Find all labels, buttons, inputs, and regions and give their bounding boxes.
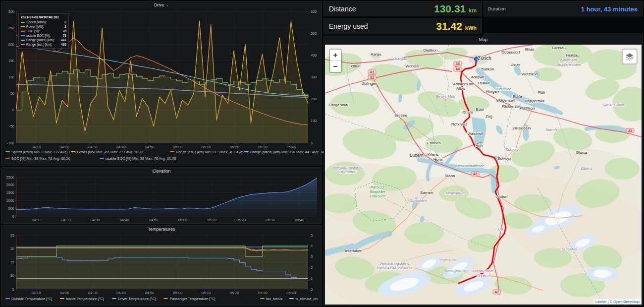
- map-town-label: Emmen: [427, 141, 441, 145]
- layers-button[interactable]: [622, 49, 638, 64]
- svg-text:2500: 2500: [6, 175, 14, 180]
- svg-text:05:10: 05:10: [202, 291, 211, 295]
- legend-item[interactable]: Range (rated) [km] Min: 216 Max: 441 Avg…: [244, 150, 326, 154]
- svg-text:100: 100: [8, 75, 14, 79]
- map-town-label: Sursee: [394, 113, 407, 118]
- drive-legend: Speed [km/h] Min: 0 Max: 122 Avg: 73.93P…: [1, 150, 322, 163]
- map-town-label: Olten: [351, 64, 360, 68]
- legend-item[interactable]: Range (est.) [km] Min: 81.9 Max: 493 Avg…: [170, 150, 250, 154]
- svg-text:500: 500: [311, 31, 317, 36]
- drive-tooltip: 2021-07-03 04:03:48.161 Speed [km/h]:0Po…: [18, 13, 69, 49]
- map-town-label: Zollikon: [481, 67, 494, 71]
- svg-text:20: 20: [10, 246, 14, 251]
- svg-text:04:50: 04:50: [145, 291, 154, 295]
- legend-label: Power [kW]: [77, 150, 95, 154]
- elevation-title-text: Elevation: [152, 169, 170, 174]
- temperatures-panel: Temperatures 25201510554321004:1004:2004…: [1, 225, 322, 306]
- map-region-label: Verwaltungskreis: [332, 165, 363, 170]
- svg-text:-50: -50: [9, 124, 14, 128]
- series-color-swatch: [21, 22, 25, 23]
- map-panel-title[interactable]: Map: [324, 36, 643, 44]
- map-town-label: Luzern: [410, 153, 424, 158]
- series-color-swatch: [5, 298, 10, 300]
- svg-text:50: 50: [10, 91, 14, 96]
- map-town-label: Thalwil: [478, 81, 490, 85]
- legend-label: Range (est.) [km]: [176, 150, 204, 154]
- series-color-swatch: [5, 158, 10, 159]
- map-town-label: Richterswil: [502, 104, 522, 109]
- energy-value: 31.42 kWh: [436, 20, 477, 32]
- svg-text:04:40: 04:40: [116, 291, 126, 295]
- map-town-label: Sarnen: [420, 190, 433, 195]
- legend-stats: Min: 81.9 Max: 493 Avg: 313: [205, 150, 250, 154]
- svg-text:4: 4: [311, 244, 313, 248]
- map-town-label: Einsiedeln: [513, 126, 531, 130]
- map-town-label: Stäfa: [513, 94, 522, 99]
- legend-item[interactable]: Power [kW] Min: -65 Max: 271 Avg: 18.22: [71, 150, 143, 154]
- map-town-label: Rüti: [538, 90, 545, 95]
- map-town-label: Zofingen: [362, 81, 377, 86]
- duration-label: Duration: [488, 6, 506, 11]
- map-area-label: UNESCO: [369, 185, 384, 189]
- svg-text:1: 1: [311, 276, 313, 281]
- legend-item[interactable]: Passenger Temperature [°C]: [163, 297, 215, 301]
- series-color-swatch: [21, 35, 25, 36]
- elevation-panel-title[interactable]: Elevation: [1, 168, 322, 175]
- tooltip-row: usable SOC [%]:78: [21, 33, 66, 38]
- svg-text:200: 200: [8, 42, 14, 47]
- energy-label: Energy used: [329, 22, 368, 30]
- legend-label: is_climate_on: [295, 297, 318, 301]
- temperatures-chart[interactable]: 25201510554321004:1004:2004:3004:4004:50…: [2, 233, 321, 296]
- series-color-swatch: [71, 151, 75, 153]
- map-canvas[interactable]: + − Leaflet | © OpenStreetMap AargauBezi…: [325, 45, 642, 305]
- svg-text:1000: 1000: [6, 198, 14, 203]
- tooltip-row: Range (rated) [km]:441: [21, 38, 66, 42]
- motorway-shield-label: A3: [628, 129, 633, 132]
- series-color-swatch: [21, 26, 25, 27]
- map-town-label: Illnau: [525, 47, 534, 52]
- zoom-out-button[interactable]: −: [330, 61, 341, 72]
- legend-label: Range (rated) [km]: [250, 150, 280, 154]
- map-town-label: Interlaken: [345, 248, 362, 253]
- legend-item[interactable]: SOC [%] Min: 38 Max: 78 Avg: 60.26: [5, 156, 70, 161]
- openstreetmap-link[interactable]: © OpenStreetMap: [609, 300, 640, 304]
- distance-stat-panel: Distance 130.31 km: [323, 1, 482, 16]
- legend-item[interactable]: fan_status: [260, 297, 283, 301]
- svg-text:10: 10: [10, 273, 14, 278]
- leaflet-link[interactable]: Leaflet: [595, 300, 607, 304]
- svg-text:05:20: 05:20: [236, 218, 246, 222]
- legend-label: Driver Temperature [°C]: [118, 297, 156, 301]
- svg-text:04:50: 04:50: [149, 218, 159, 222]
- elevation-chart[interactable]: 2500200015001000500004:1004:2004:3004:40…: [2, 175, 321, 223]
- legend-label: SOC [%]: [11, 156, 25, 161]
- drive-title-text: Drive: [154, 2, 164, 7]
- motorway-shield-label: A2: [370, 76, 375, 79]
- zoom-in-button[interactable]: +: [330, 50, 341, 61]
- legend-item[interactable]: is_climate_on: [289, 297, 318, 301]
- svg-text:100: 100: [311, 119, 317, 123]
- distance-label: Distance: [329, 5, 356, 13]
- tooltip-series-value: 441: [61, 38, 66, 42]
- legend-item[interactable]: Driver Temperature [°C]: [112, 297, 156, 301]
- drive-panel-title[interactable]: Drive ⌄: [1, 1, 322, 9]
- svg-text:200: 200: [311, 97, 317, 101]
- motorway-shield-label: A2: [473, 172, 478, 176]
- map-town-label: Herisau: [566, 53, 580, 58]
- temperatures-title-text: Temperatures: [148, 227, 175, 232]
- tooltip-series-label: Power [kW]:: [26, 24, 64, 29]
- legend-item[interactable]: usable SOC [%] Min: 38 Max: 78 Avg: 61.2…: [100, 156, 176, 161]
- map-svg: AargauBezirk MuriSankt GallenSchwyzGlaru…: [325, 45, 642, 305]
- svg-text:04:20: 04:20: [60, 291, 69, 295]
- map-town-label: Zug: [485, 114, 492, 119]
- svg-text:05:00: 05:00: [178, 218, 188, 222]
- temperatures-panel-title[interactable]: Temperatures: [1, 226, 322, 233]
- legend-item[interactable]: Outside Temperature [°C]: [5, 297, 52, 301]
- svg-text:500: 500: [8, 206, 14, 211]
- duration-value: 1 hour, 43 minutes: [581, 5, 638, 12]
- map-town-label: Horw: [433, 157, 443, 162]
- legend-item[interactable]: Inside Temperature [°C]: [60, 297, 104, 301]
- tooltip-series-label: Speed [km/h]:: [26, 20, 64, 24]
- map-area-label: Entlebuch: [370, 194, 385, 198]
- legend-item[interactable]: Speed [km/h] Min: 0 Max: 122 Avg: 73.93: [5, 150, 77, 154]
- map-region-label: Surselva: [561, 247, 577, 251]
